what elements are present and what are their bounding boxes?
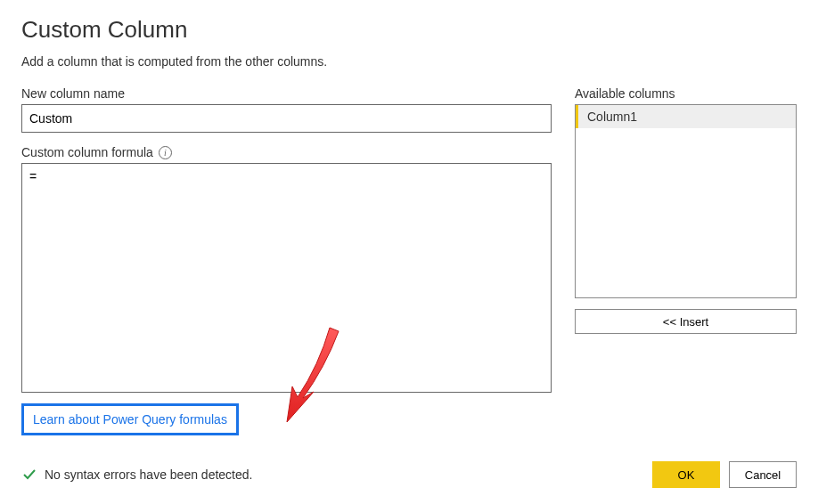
formula-label: Custom column formula bbox=[21, 145, 153, 159]
new-column-name-label: New column name bbox=[21, 86, 552, 101]
learn-link-highlight: Learn about Power Query formulas bbox=[21, 403, 239, 435]
available-columns-label: Available columns bbox=[575, 86, 797, 101]
checkmark-icon bbox=[21, 467, 37, 483]
list-item[interactable]: Column1 bbox=[576, 105, 796, 128]
dialog-subtitle: Add a column that is computed from the o… bbox=[21, 54, 797, 69]
ok-button[interactable]: OK bbox=[652, 461, 720, 488]
available-columns-list[interactable]: Column1 bbox=[575, 104, 797, 298]
insert-button[interactable]: << Insert bbox=[575, 309, 797, 334]
info-icon[interactable]: i bbox=[159, 146, 172, 159]
new-column-name-input[interactable] bbox=[21, 104, 552, 133]
cancel-button[interactable]: Cancel bbox=[729, 461, 797, 488]
status-text: No syntax errors have been detected. bbox=[45, 467, 252, 482]
dialog-title: Custom Column bbox=[21, 16, 797, 44]
learn-power-query-link[interactable]: Learn about Power Query formulas bbox=[33, 412, 227, 427]
formula-input[interactable] bbox=[21, 163, 552, 393]
